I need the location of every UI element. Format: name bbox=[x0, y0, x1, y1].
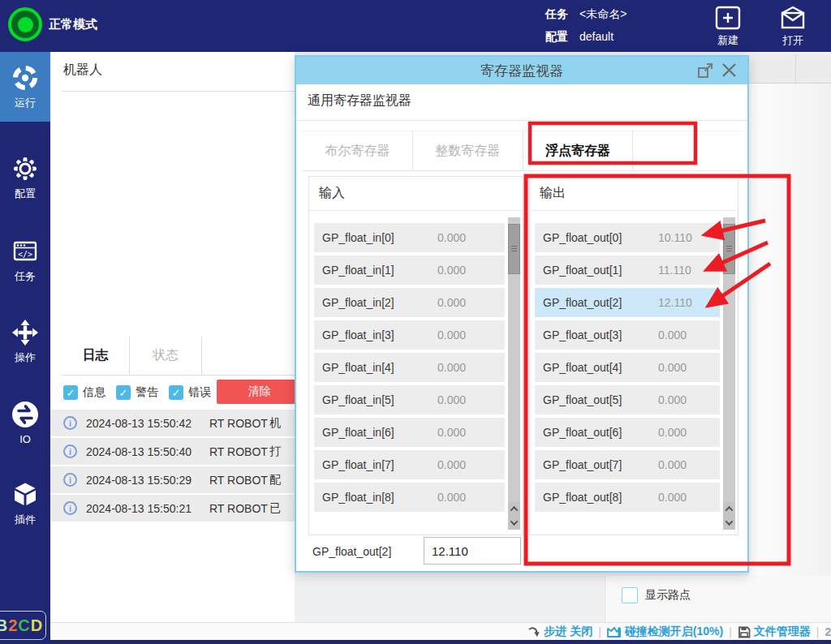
register-row[interactable]: GP_float_in[2] 0.000 bbox=[314, 288, 505, 317]
scroll-up-icon[interactable] bbox=[723, 502, 735, 516]
sidebar-item-task[interactable]: </> 任务 bbox=[0, 225, 50, 295]
collision-icon bbox=[607, 626, 622, 638]
log-timestamp: 2024-08-13 15:50:42 bbox=[86, 417, 209, 430]
dialog-titlebar[interactable]: 寄存器监视器 bbox=[296, 57, 747, 84]
tab-float-register[interactable]: 浮点寄存器 bbox=[523, 131, 634, 170]
bottom-edge-strip bbox=[0, 640, 831, 644]
right-panel-tabstrip[interactable] bbox=[749, 54, 831, 84]
tab-status[interactable]: 状态 bbox=[130, 337, 202, 375]
register-row[interactable]: GP_float_out[8] 0.000 bbox=[535, 483, 720, 512]
register-row[interactable]: GP_float_in[4] 0.000 bbox=[314, 353, 505, 382]
register-row[interactable]: GP_float_in[5] 0.000 bbox=[314, 385, 505, 414]
register-row[interactable]: GP_float_out[3] 0.000 bbox=[535, 320, 720, 350]
brand-badge-letter: B bbox=[0, 616, 8, 635]
register-row[interactable]: GP_float_in[3] 0.000 bbox=[314, 320, 505, 350]
sidebar-item-run[interactable]: 运行 bbox=[0, 52, 50, 122]
register-row[interactable]: GP_float_out[1] 11.110 bbox=[535, 255, 720, 285]
log-entry-row[interactable]: i 2024-08-13 15:50:42 RT ROBOT 机 bbox=[50, 410, 295, 436]
tab-bool-register[interactable]: 布尔寄存器 bbox=[303, 131, 413, 170]
gear-icon bbox=[11, 155, 39, 182]
register-name: GP_float_in[7] bbox=[322, 458, 437, 471]
register-row[interactable]: GP_float_in[6] 0.000 bbox=[314, 418, 505, 447]
config-value: default bbox=[579, 25, 614, 48]
info-icon: i bbox=[63, 501, 77, 515]
log-filter-checkbox-group[interactable]: 警告 bbox=[116, 385, 158, 400]
file-manager-button[interactable]: 文件管理器 bbox=[738, 625, 811, 639]
sidebar-item-operate[interactable]: 操作 bbox=[0, 307, 50, 376]
checkbox-checked-icon[interactable] bbox=[63, 385, 78, 400]
dialog-subtitle: 通用寄存器监视器 bbox=[308, 92, 411, 109]
info-icon: i bbox=[63, 444, 77, 458]
scroll-up-icon[interactable] bbox=[508, 502, 520, 516]
log-source: RT ROBOT bbox=[209, 445, 269, 458]
scroll-down-icon[interactable] bbox=[508, 516, 520, 530]
separator: | bbox=[598, 625, 601, 638]
task-value: <未命名> bbox=[579, 2, 626, 25]
log-filter-checkbox-group[interactable]: 信息 bbox=[63, 385, 105, 400]
register-row[interactable]: GP_float_out[7] 0.000 bbox=[535, 450, 720, 479]
register-row[interactable]: GP_float_in[8] 0.000 bbox=[314, 483, 505, 512]
log-entry-row[interactable]: i 2024-08-13 15:50:29 RT ROBOT 配 bbox=[50, 466, 295, 493]
popout-icon[interactable] bbox=[697, 62, 713, 79]
status-bar: 步进 关闭 | 碰撞检测开启(10%) | 文件管理器 | 20 bbox=[50, 622, 831, 641]
register-row[interactable]: GP_float_in[7] 0.000 bbox=[314, 450, 505, 479]
open-task-button[interactable]: 打开 bbox=[769, 5, 816, 48]
sidebar-item-config[interactable]: 配置 bbox=[0, 143, 50, 213]
log-entry-row[interactable]: i 2024-08-13 15:50:21 RT ROBOT 已 bbox=[50, 495, 295, 522]
register-name: GP_float_out[4] bbox=[543, 361, 658, 374]
register-value: 0.000 bbox=[658, 491, 687, 504]
register-value: 0.000 bbox=[437, 328, 466, 341]
register-name: GP_float_in[8] bbox=[322, 491, 437, 504]
register-row[interactable]: GP_float_out[6] 0.000 bbox=[535, 418, 720, 447]
sidebar: 运行 配置 </> 任务 操作 IO 插件 B2CD bbox=[0, 52, 50, 644]
register-value: 0.000 bbox=[437, 231, 466, 244]
register-row[interactable]: GP_float_in[1] 0.000 bbox=[314, 255, 505, 285]
clear-log-button[interactable]: 清除 bbox=[217, 380, 295, 404]
register-value: 0.000 bbox=[437, 361, 466, 374]
register-value: 0.000 bbox=[658, 393, 687, 406]
show-waypoints-label: 显示路点 bbox=[645, 588, 691, 603]
input-scrollbar[interactable] bbox=[508, 217, 520, 530]
sidebar-item-plugin[interactable]: 插件 bbox=[0, 469, 50, 539]
register-type-tabbar: 布尔寄存器 整数寄存器 浮点寄存器 bbox=[303, 131, 743, 171]
log-filter-checkbox-group[interactable]: 错误 bbox=[169, 385, 211, 400]
scrollbar-thumb[interactable] bbox=[723, 224, 735, 274]
new-task-button[interactable]: 新建 bbox=[704, 5, 751, 48]
register-value-input[interactable] bbox=[424, 537, 521, 565]
sidebar-item-label: 运行 bbox=[15, 96, 36, 110]
sidebar-item-io[interactable]: IO bbox=[0, 388, 50, 457]
checkbox-checked-icon[interactable] bbox=[169, 385, 183, 400]
register-value: 0.000 bbox=[658, 328, 687, 341]
register-row[interactable]: GP_float_out[4] 0.000 bbox=[535, 353, 720, 382]
register-row[interactable]: GP_float_in[0] 0.000 bbox=[314, 223, 505, 252]
scroll-down-icon[interactable] bbox=[723, 516, 735, 530]
tab-int-register[interactable]: 整数寄存器 bbox=[413, 131, 523, 170]
collision-detection-toggle[interactable]: 碰撞检测开启(10%) bbox=[607, 625, 723, 639]
sidebar-item-label: 任务 bbox=[15, 269, 36, 284]
filter-label: 警告 bbox=[136, 385, 158, 400]
log-filter-row: 信息 警告 错误 bbox=[63, 380, 222, 405]
log-timestamp: 2024-08-13 15:50:40 bbox=[86, 445, 209, 458]
robot-panel-title: 机器人 bbox=[63, 62, 102, 79]
output-scrollbar[interactable] bbox=[723, 217, 735, 530]
log-entry-row[interactable]: i 2024-08-13 15:50:40 RT ROBOT 打 bbox=[50, 438, 295, 465]
tab-divider bbox=[795, 54, 796, 83]
step-mode-toggle[interactable]: 步进 关闭 bbox=[527, 625, 592, 639]
new-task-label: 新建 bbox=[717, 34, 738, 46]
show-waypoints-checkbox[interactable] bbox=[622, 587, 638, 603]
sidebar-item-label: 配置 bbox=[15, 187, 36, 201]
scrollbar-thumb[interactable] bbox=[508, 224, 520, 274]
brand-badge-letter: C bbox=[18, 616, 30, 635]
register-value: 0.000 bbox=[437, 491, 466, 504]
register-row[interactable]: GP_float_out[0] 10.110 bbox=[535, 223, 720, 252]
register-row[interactable]: GP_float_out[5] 0.000 bbox=[535, 385, 720, 414]
close-icon[interactable] bbox=[721, 62, 738, 79]
divider bbox=[296, 120, 747, 121]
register-value: 0.000 bbox=[437, 296, 466, 309]
robot-status-light-icon[interactable] bbox=[8, 7, 42, 41]
sidebar-item-label: 插件 bbox=[15, 513, 36, 527]
tab-log[interactable]: 日志 bbox=[62, 337, 130, 375]
checkbox-checked-icon[interactable] bbox=[116, 385, 131, 400]
log-timestamp: 2024-08-13 15:50:21 bbox=[86, 502, 209, 515]
register-row[interactable]: GP_float_out[2] 12.110 bbox=[535, 288, 720, 317]
